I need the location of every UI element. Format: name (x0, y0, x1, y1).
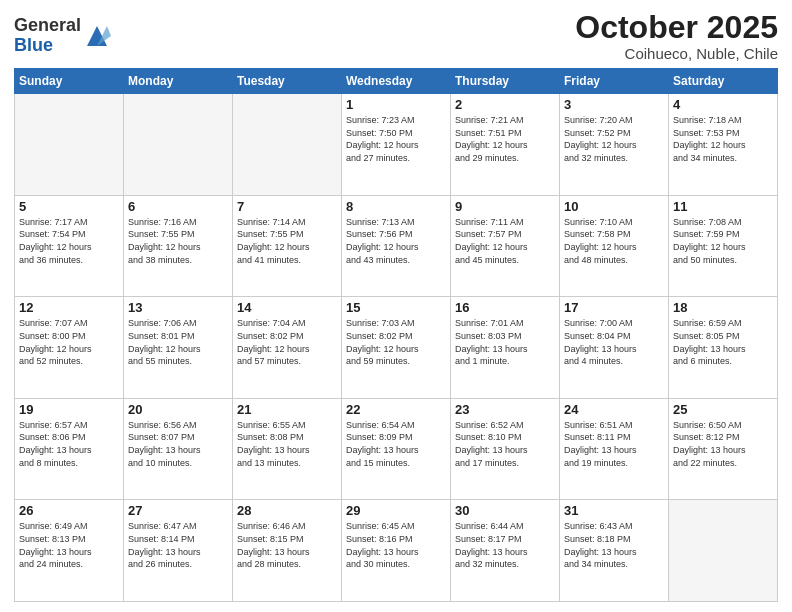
calendar-cell (233, 94, 342, 196)
calendar-cell: 10Sunrise: 7:10 AMSunset: 7:58 PMDayligh… (560, 195, 669, 297)
calendar-cell: 1Sunrise: 7:23 AMSunset: 7:50 PMDaylight… (342, 94, 451, 196)
calendar-cell: 28Sunrise: 6:46 AMSunset: 8:15 PMDayligh… (233, 500, 342, 602)
calendar-cell: 7Sunrise: 7:14 AMSunset: 7:55 PMDaylight… (233, 195, 342, 297)
calendar-cell (15, 94, 124, 196)
header: General Blue October 2025 Coihueco, Nubl… (14, 10, 778, 62)
calendar-cell: 14Sunrise: 7:04 AMSunset: 8:02 PMDayligh… (233, 297, 342, 399)
day-info: Sunrise: 6:49 AMSunset: 8:13 PMDaylight:… (19, 520, 119, 570)
calendar-cell: 17Sunrise: 7:00 AMSunset: 8:04 PMDayligh… (560, 297, 669, 399)
col-sunday: Sunday (15, 69, 124, 94)
day-number: 9 (455, 199, 555, 214)
day-number: 28 (237, 503, 337, 518)
calendar-cell: 9Sunrise: 7:11 AMSunset: 7:57 PMDaylight… (451, 195, 560, 297)
page: General Blue October 2025 Coihueco, Nubl… (0, 0, 792, 612)
day-info: Sunrise: 7:03 AMSunset: 8:02 PMDaylight:… (346, 317, 446, 367)
day-info: Sunrise: 7:18 AMSunset: 7:53 PMDaylight:… (673, 114, 773, 164)
day-info: Sunrise: 6:46 AMSunset: 8:15 PMDaylight:… (237, 520, 337, 570)
day-info: Sunrise: 6:54 AMSunset: 8:09 PMDaylight:… (346, 419, 446, 469)
day-info: Sunrise: 7:21 AMSunset: 7:51 PMDaylight:… (455, 114, 555, 164)
calendar-title: October 2025 (575, 10, 778, 45)
calendar-cell (124, 94, 233, 196)
title-block: October 2025 Coihueco, Nuble, Chile (575, 10, 778, 62)
calendar-cell: 16Sunrise: 7:01 AMSunset: 8:03 PMDayligh… (451, 297, 560, 399)
day-info: Sunrise: 7:16 AMSunset: 7:55 PMDaylight:… (128, 216, 228, 266)
day-info: Sunrise: 7:20 AMSunset: 7:52 PMDaylight:… (564, 114, 664, 164)
calendar-cell: 26Sunrise: 6:49 AMSunset: 8:13 PMDayligh… (15, 500, 124, 602)
calendar-cell: 21Sunrise: 6:55 AMSunset: 8:08 PMDayligh… (233, 398, 342, 500)
calendar-cell: 23Sunrise: 6:52 AMSunset: 8:10 PMDayligh… (451, 398, 560, 500)
calendar-cell: 24Sunrise: 6:51 AMSunset: 8:11 PMDayligh… (560, 398, 669, 500)
calendar-cell: 3Sunrise: 7:20 AMSunset: 7:52 PMDaylight… (560, 94, 669, 196)
logo: General Blue (14, 16, 111, 56)
day-info: Sunrise: 7:13 AMSunset: 7:56 PMDaylight:… (346, 216, 446, 266)
day-number: 7 (237, 199, 337, 214)
calendar-cell: 15Sunrise: 7:03 AMSunset: 8:02 PMDayligh… (342, 297, 451, 399)
day-number: 16 (455, 300, 555, 315)
calendar-cell: 18Sunrise: 6:59 AMSunset: 8:05 PMDayligh… (669, 297, 778, 399)
col-wednesday: Wednesday (342, 69, 451, 94)
logo-general: General (14, 15, 81, 35)
calendar-cell: 5Sunrise: 7:17 AMSunset: 7:54 PMDaylight… (15, 195, 124, 297)
calendar-cell: 12Sunrise: 7:07 AMSunset: 8:00 PMDayligh… (15, 297, 124, 399)
calendar-cell: 19Sunrise: 6:57 AMSunset: 8:06 PMDayligh… (15, 398, 124, 500)
day-number: 20 (128, 402, 228, 417)
col-friday: Friday (560, 69, 669, 94)
day-number: 15 (346, 300, 446, 315)
day-info: Sunrise: 6:52 AMSunset: 8:10 PMDaylight:… (455, 419, 555, 469)
day-info: Sunrise: 7:00 AMSunset: 8:04 PMDaylight:… (564, 317, 664, 367)
calendar-cell: 2Sunrise: 7:21 AMSunset: 7:51 PMDaylight… (451, 94, 560, 196)
day-number: 14 (237, 300, 337, 315)
day-number: 13 (128, 300, 228, 315)
day-info: Sunrise: 7:07 AMSunset: 8:00 PMDaylight:… (19, 317, 119, 367)
col-saturday: Saturday (669, 69, 778, 94)
calendar-week-1: 1Sunrise: 7:23 AMSunset: 7:50 PMDaylight… (15, 94, 778, 196)
calendar-cell: 20Sunrise: 6:56 AMSunset: 8:07 PMDayligh… (124, 398, 233, 500)
calendar-cell: 13Sunrise: 7:06 AMSunset: 8:01 PMDayligh… (124, 297, 233, 399)
calendar-table: Sunday Monday Tuesday Wednesday Thursday… (14, 68, 778, 602)
day-info: Sunrise: 7:10 AMSunset: 7:58 PMDaylight:… (564, 216, 664, 266)
day-number: 2 (455, 97, 555, 112)
day-number: 1 (346, 97, 446, 112)
day-info: Sunrise: 6:57 AMSunset: 8:06 PMDaylight:… (19, 419, 119, 469)
logo-icon (83, 22, 111, 50)
day-number: 6 (128, 199, 228, 214)
calendar-cell: 31Sunrise: 6:43 AMSunset: 8:18 PMDayligh… (560, 500, 669, 602)
calendar-cell: 8Sunrise: 7:13 AMSunset: 7:56 PMDaylight… (342, 195, 451, 297)
day-info: Sunrise: 7:08 AMSunset: 7:59 PMDaylight:… (673, 216, 773, 266)
day-info: Sunrise: 6:45 AMSunset: 8:16 PMDaylight:… (346, 520, 446, 570)
col-thursday: Thursday (451, 69, 560, 94)
day-number: 10 (564, 199, 664, 214)
calendar-cell: 29Sunrise: 6:45 AMSunset: 8:16 PMDayligh… (342, 500, 451, 602)
day-number: 18 (673, 300, 773, 315)
day-info: Sunrise: 7:14 AMSunset: 7:55 PMDaylight:… (237, 216, 337, 266)
col-monday: Monday (124, 69, 233, 94)
day-number: 23 (455, 402, 555, 417)
day-number: 8 (346, 199, 446, 214)
calendar-cell (669, 500, 778, 602)
day-number: 12 (19, 300, 119, 315)
logo-blue: Blue (14, 35, 53, 55)
day-number: 30 (455, 503, 555, 518)
day-number: 24 (564, 402, 664, 417)
day-number: 31 (564, 503, 664, 518)
day-number: 21 (237, 402, 337, 417)
col-tuesday: Tuesday (233, 69, 342, 94)
calendar-cell: 27Sunrise: 6:47 AMSunset: 8:14 PMDayligh… (124, 500, 233, 602)
calendar-cell: 30Sunrise: 6:44 AMSunset: 8:17 PMDayligh… (451, 500, 560, 602)
day-number: 22 (346, 402, 446, 417)
day-number: 5 (19, 199, 119, 214)
calendar-cell: 6Sunrise: 7:16 AMSunset: 7:55 PMDaylight… (124, 195, 233, 297)
day-number: 25 (673, 402, 773, 417)
day-info: Sunrise: 7:17 AMSunset: 7:54 PMDaylight:… (19, 216, 119, 266)
calendar-week-2: 5Sunrise: 7:17 AMSunset: 7:54 PMDaylight… (15, 195, 778, 297)
calendar-cell: 25Sunrise: 6:50 AMSunset: 8:12 PMDayligh… (669, 398, 778, 500)
day-info: Sunrise: 6:59 AMSunset: 8:05 PMDaylight:… (673, 317, 773, 367)
day-number: 4 (673, 97, 773, 112)
day-info: Sunrise: 7:01 AMSunset: 8:03 PMDaylight:… (455, 317, 555, 367)
day-number: 26 (19, 503, 119, 518)
day-number: 17 (564, 300, 664, 315)
day-info: Sunrise: 6:50 AMSunset: 8:12 PMDaylight:… (673, 419, 773, 469)
calendar-cell: 4Sunrise: 7:18 AMSunset: 7:53 PMDaylight… (669, 94, 778, 196)
day-info: Sunrise: 6:51 AMSunset: 8:11 PMDaylight:… (564, 419, 664, 469)
day-number: 3 (564, 97, 664, 112)
